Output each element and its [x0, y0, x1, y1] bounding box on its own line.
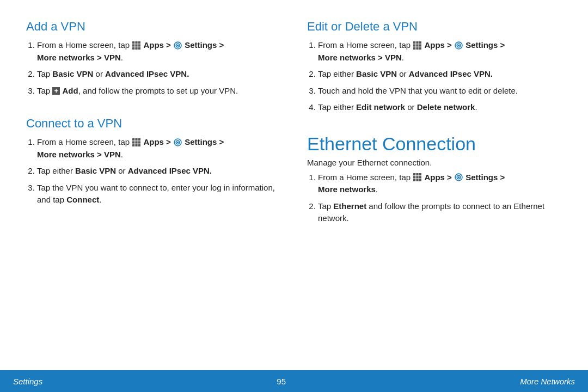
svg-rect-4: [136, 44, 138, 46]
advanced-ipsec-1: Advanced IPsec VPN.: [105, 69, 189, 78]
apps-label-1: Apps >: [143, 40, 173, 50]
settings-label-1: Settings >: [185, 40, 224, 50]
add-vpn-section: Add a VPN From a Home screen, tap: [26, 20, 281, 101]
connect-vpn-step-1: From a Home screen, tap Apps >: [37, 136, 281, 161]
left-column: Add a VPN From a Home screen, tap: [26, 20, 281, 327]
svg-rect-29: [419, 44, 421, 46]
add-vpn-step-1: From a Home screen, tap Apps >: [37, 39, 281, 64]
svg-rect-27: [413, 44, 415, 46]
apps-icon-2: [132, 138, 140, 146]
plus-icon: +: [52, 87, 60, 95]
svg-rect-28: [416, 44, 419, 46]
page-content: Add a VPN From a Home screen, tap: [0, 0, 588, 359]
svg-rect-32: [419, 47, 421, 49]
svg-rect-24: [413, 41, 415, 44]
connect-vpn-step-3: Tap the VPN you want to connect to, ente…: [37, 182, 281, 206]
svg-rect-26: [419, 41, 421, 44]
svg-rect-12: [132, 138, 134, 140]
add-vpn-step-2: Tap Basic VPN or Advanced IPsec VPN.: [37, 68, 281, 81]
svg-rect-37: [416, 173, 419, 175]
svg-rect-44: [419, 179, 421, 181]
more-networks-vpn-1: More networks > VPN: [37, 53, 121, 62]
svg-point-35: [458, 44, 460, 46]
svg-rect-41: [419, 176, 421, 178]
add-label: Add: [63, 86, 78, 95]
footer-right: More Networks: [520, 377, 575, 386]
edit-delete-step-3: Touch and hold the VPN that you want to …: [318, 85, 562, 97]
settings-icon-4: [455, 173, 463, 181]
svg-rect-0: [132, 41, 134, 44]
svg-rect-14: [138, 138, 140, 140]
connect-vpn-section: Connect to a VPN From a Home screen, tap: [26, 117, 281, 211]
edit-delete-step-4: Tap either Edit network or Delete networ…: [318, 101, 562, 114]
svg-rect-16: [136, 141, 138, 143]
svg-rect-36: [413, 173, 415, 175]
svg-point-23: [177, 141, 179, 143]
connect-vpn-steps: From a Home screen, tap Apps >: [26, 136, 281, 206]
svg-rect-2: [138, 41, 140, 44]
svg-rect-40: [416, 176, 419, 178]
edit-delete-vpn-title: Edit or Delete a VPN: [307, 20, 562, 34]
svg-rect-38: [419, 173, 421, 175]
svg-rect-18: [132, 144, 134, 146]
edit-delete-step-1: From a Home screen, tap Apps >: [318, 39, 562, 64]
footer-bar: Settings 95 More Networks: [0, 370, 588, 392]
ethernet-connection-section: Ethernet Connection Manage your Ethernet…: [307, 133, 562, 229]
ethernet-step-1: From a Home screen, tap Apps >: [318, 171, 562, 196]
add-vpn-step-3: Tap + Add, and follow the prompts to set…: [37, 85, 281, 97]
edit-delete-vpn-steps: From a Home screen, tap Apps >: [307, 39, 562, 114]
add-vpn-steps: From a Home screen, tap Apps >: [26, 39, 281, 97]
edit-delete-vpn-section: Edit or Delete a VPN From a Home screen,…: [307, 20, 562, 118]
svg-rect-17: [138, 141, 140, 143]
ethernet-subtitle: Manage your Ethernet connection.: [307, 158, 562, 167]
ethernet-step-2: Tap Ethernet and follow the prompts to c…: [318, 200, 562, 225]
settings-icon-3: [455, 41, 463, 50]
svg-rect-30: [413, 47, 415, 49]
apps-icon-4: [413, 173, 421, 181]
svg-rect-15: [132, 141, 134, 143]
svg-rect-25: [416, 41, 419, 44]
svg-rect-39: [413, 176, 415, 178]
footer-page: 95: [277, 377, 286, 386]
footer-left: Settings: [13, 377, 42, 386]
right-column: Edit or Delete a VPN From a Home screen,…: [307, 20, 562, 327]
svg-rect-43: [416, 179, 419, 181]
svg-rect-19: [136, 144, 138, 146]
svg-rect-20: [138, 144, 140, 146]
svg-rect-1: [136, 41, 138, 44]
settings-icon-1: [174, 41, 182, 50]
ethernet-steps: From a Home screen, tap Apps >: [307, 171, 562, 225]
svg-point-11: [177, 44, 179, 46]
svg-rect-6: [132, 47, 134, 49]
add-vpn-title: Add a VPN: [26, 20, 281, 34]
connect-vpn-step-2: Tap either Basic VPN or Advanced IPsec V…: [37, 165, 281, 177]
svg-rect-7: [136, 47, 138, 49]
svg-point-47: [458, 176, 460, 178]
settings-icon-2: [174, 138, 182, 146]
step1-text-before: From a Home screen, tap: [37, 40, 132, 50]
edit-delete-step-2: Tap either Basic VPN or Advanced IPsec V…: [318, 68, 562, 81]
svg-rect-31: [416, 47, 419, 49]
apps-icon-3: [413, 41, 421, 50]
apps-icon: [132, 41, 140, 50]
ethernet-connection-title: Ethernet Connection: [307, 133, 562, 155]
connect-vpn-title: Connect to a VPN: [26, 117, 281, 131]
svg-rect-42: [413, 179, 415, 181]
svg-rect-5: [138, 44, 140, 46]
basic-vpn-1: Basic VPN: [52, 69, 93, 78]
svg-rect-13: [136, 138, 138, 140]
svg-rect-8: [138, 47, 140, 49]
svg-rect-3: [132, 44, 134, 46]
